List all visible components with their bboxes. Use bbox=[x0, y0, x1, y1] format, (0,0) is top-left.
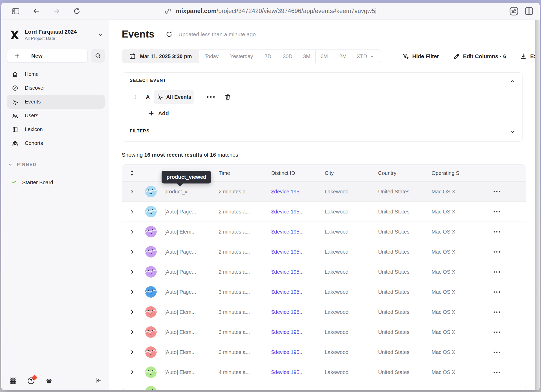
table-row[interactable]: [Auto] Page... 2 minutes a... $device:19… bbox=[122, 262, 526, 282]
table-row[interactable]: [Auto] Page... 2 minutes a... $device:19… bbox=[122, 202, 526, 222]
sidebar-item-cohorts[interactable]: Cohorts bbox=[7, 136, 105, 150]
preset-30d[interactable]: 30D bbox=[277, 50, 298, 63]
preset-6m[interactable]: 6M bbox=[316, 50, 333, 63]
city: Lakewood bbox=[325, 269, 378, 275]
distinct-id-link[interactable]: $device:195... bbox=[271, 229, 325, 235]
row-expander-icon[interactable] bbox=[122, 289, 142, 295]
distinct-id-link[interactable]: $device:195... bbox=[271, 189, 325, 195]
settings-button[interactable] bbox=[45, 377, 53, 385]
event-time: 4 minutes a... bbox=[219, 369, 271, 375]
sidebar-item-users[interactable]: Users bbox=[7, 109, 105, 123]
preset-7d[interactable]: 7D bbox=[259, 50, 277, 63]
row-expander-icon[interactable] bbox=[122, 189, 142, 194]
preset-12m[interactable]: 12M bbox=[333, 50, 350, 63]
collapse-sidebar-icon[interactable] bbox=[94, 377, 102, 385]
split-view-icon[interactable] bbox=[524, 6, 534, 16]
column-header-os[interactable]: Operating S bbox=[432, 170, 485, 176]
help-button[interactable] bbox=[27, 377, 35, 385]
forward-icon[interactable] bbox=[52, 8, 61, 15]
sidebar-item-lexicon[interactable]: Lexicon bbox=[7, 123, 105, 136]
city: Lakewood bbox=[325, 369, 378, 375]
row-actions-icon[interactable] bbox=[485, 191, 508, 192]
column-header-time[interactable]: Time bbox=[219, 170, 271, 176]
refresh-button[interactable] bbox=[165, 31, 173, 38]
table-row[interactable]: [Auto] Elem... 4 minutes a... $device:19… bbox=[122, 362, 526, 382]
row-expander-icon[interactable] bbox=[122, 309, 142, 315]
row-expander-icon[interactable] bbox=[122, 209, 142, 215]
event-selector-chip[interactable]: All Events bbox=[154, 90, 194, 104]
sidebar-item-starter-board[interactable]: Starter Board bbox=[7, 176, 105, 189]
row-actions-icon[interactable] bbox=[485, 271, 508, 273]
back-icon[interactable] bbox=[32, 8, 40, 15]
users-icon bbox=[12, 112, 19, 119]
collapse-rows-icon[interactable] bbox=[130, 169, 142, 177]
row-actions-icon[interactable] bbox=[485, 231, 508, 232]
operating-system: Mac OS X bbox=[432, 329, 485, 335]
edit-columns-button[interactable]: Edit Columns · 6 bbox=[453, 53, 506, 60]
city: Lakewood bbox=[325, 209, 378, 215]
hide-filter-button[interactable]: Hide Filter bbox=[402, 53, 439, 60]
preset-yesterday[interactable]: Yesterday bbox=[224, 50, 259, 63]
trash-icon[interactable] bbox=[224, 93, 231, 101]
row-actions-icon[interactable] bbox=[485, 311, 508, 313]
row-expander-icon[interactable] bbox=[122, 249, 142, 255]
project-name: Lord Farquaad 2024 bbox=[25, 29, 77, 35]
apps-grid-icon[interactable] bbox=[9, 377, 17, 385]
preset-today[interactable]: Today bbox=[199, 50, 224, 63]
new-button[interactable]: New bbox=[7, 49, 88, 63]
search-button[interactable] bbox=[91, 49, 105, 63]
events-table: Time Distinct ID City Country Operating … bbox=[122, 164, 526, 390]
row-expander-icon[interactable] bbox=[122, 349, 142, 355]
row-actions-icon[interactable] bbox=[485, 291, 508, 293]
table-row[interactable]: [Auto] Elem... 2 minutes a... $device:19… bbox=[122, 222, 526, 242]
distinct-id-link[interactable]: $device:195... bbox=[271, 249, 325, 255]
reload-icon[interactable] bbox=[73, 7, 81, 15]
date-picker[interactable]: Mar 11, 2025 3:30 pm bbox=[122, 50, 199, 63]
row-expander-icon[interactable] bbox=[122, 329, 142, 335]
sidebar-toggle-icon[interactable] bbox=[11, 7, 20, 15]
row-expander-icon[interactable] bbox=[122, 229, 142, 235]
event-name: [Auto] Page... bbox=[164, 209, 219, 215]
column-header-city[interactable]: City bbox=[325, 170, 378, 176]
table-row[interactable]: [Auto] Elem... 3 minutes a... $device:19… bbox=[122, 302, 526, 322]
row-expander-icon[interactable] bbox=[122, 369, 142, 375]
project-subtitle: All Project Data bbox=[25, 36, 77, 41]
row-actions-icon[interactable] bbox=[485, 372, 508, 373]
distinct-id-link[interactable]: $device:195... bbox=[271, 269, 325, 275]
row-actions-icon[interactable] bbox=[485, 211, 508, 212]
table-row[interactable]: [Auto] Page... 2 minutes a... $device:19… bbox=[122, 242, 526, 262]
preset-xtd[interactable]: XTD bbox=[350, 50, 381, 63]
column-header-distinct-id[interactable]: Distinct ID bbox=[271, 170, 325, 176]
table-row[interactable]: product_vi... 2 minutes a... $device:195… bbox=[122, 182, 526, 202]
distinct-id-link[interactable]: $device:195... bbox=[271, 209, 325, 215]
row-actions-icon[interactable] bbox=[485, 352, 508, 353]
event-time: 2 minutes a... bbox=[219, 249, 271, 255]
country: United States bbox=[378, 209, 432, 215]
url-bar[interactable]: mixpanel.com/project/3472420/view/397469… bbox=[164, 8, 377, 15]
distinct-id-link[interactable]: $device:195... bbox=[271, 289, 325, 295]
sidebar-item-home[interactable]: Home bbox=[7, 67, 105, 81]
pinned-section-header[interactable]: PINNED bbox=[8, 162, 36, 167]
column-header-country[interactable]: Country bbox=[378, 170, 432, 176]
drag-handle-icon[interactable] bbox=[133, 94, 137, 100]
table-row[interactable]: [Auto] Elem... 3 minutes a... $device:19… bbox=[122, 342, 526, 362]
event-options-icon[interactable] bbox=[207, 96, 215, 98]
project-switcher[interactable]: Lord Farquaad 2024 All Project Data bbox=[9, 28, 104, 42]
add-event-button[interactable]: Add bbox=[148, 109, 169, 117]
row-actions-icon[interactable] bbox=[485, 251, 508, 253]
collapse-section-icon[interactable] bbox=[509, 78, 515, 84]
table-row[interactable]: [Auto] Elem... 3 minutes a... $device:19… bbox=[122, 322, 526, 342]
sidebar-item-events[interactable]: Events bbox=[7, 95, 105, 109]
row-expander-icon[interactable] bbox=[122, 269, 142, 275]
distinct-id-link[interactable]: $device:195... bbox=[271, 329, 325, 335]
distinct-id-link[interactable]: $device:195... bbox=[271, 369, 325, 375]
sidebar-item-discover[interactable]: Discover bbox=[7, 81, 105, 95]
expand-section-icon[interactable] bbox=[509, 129, 515, 135]
row-actions-icon[interactable] bbox=[485, 332, 508, 333]
vertical-scrollbar[interactable] bbox=[535, 20, 540, 390]
preset-3m[interactable]: 3M bbox=[298, 50, 316, 63]
table-row[interactable]: [Auto] Page... 3 minutes a... $device:19… bbox=[122, 282, 526, 302]
distinct-id-link[interactable]: $device:195... bbox=[271, 349, 325, 355]
page-settings-icon[interactable] bbox=[509, 6, 519, 16]
distinct-id-link[interactable]: $device:195... bbox=[271, 309, 325, 315]
